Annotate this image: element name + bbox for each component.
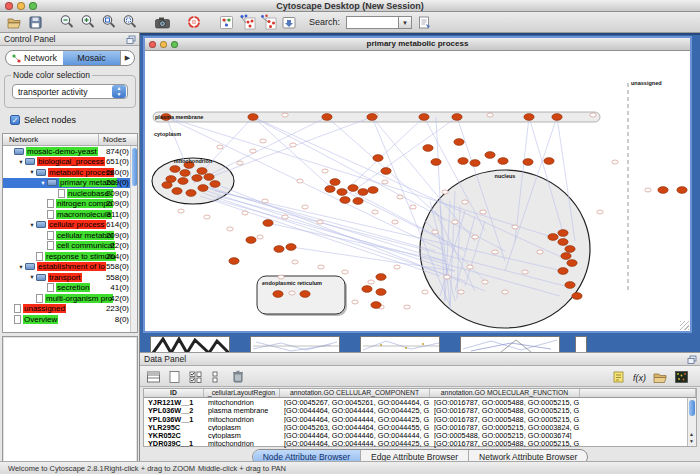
network-node[interactable] bbox=[381, 168, 391, 175]
tiny-node[interactable] bbox=[242, 211, 248, 215]
tiny-node[interactable] bbox=[410, 205, 416, 209]
tabs-overflow-button[interactable]: ▶ bbox=[120, 51, 134, 65]
tiny-node[interactable] bbox=[318, 265, 324, 269]
minimized-window[interactable] bbox=[250, 336, 340, 353]
window-resize-grip[interactable] bbox=[680, 321, 689, 330]
open-session-button[interactable] bbox=[5, 13, 23, 31]
tiny-node[interactable] bbox=[394, 265, 400, 269]
tiny-node[interactable] bbox=[342, 270, 348, 274]
node-color-attribute-select[interactable]: transporter activity ▲▼ bbox=[12, 84, 128, 99]
network-snapshot-button[interactable] bbox=[153, 13, 171, 31]
network-node[interactable] bbox=[458, 158, 468, 165]
tiny-node[interactable] bbox=[432, 230, 438, 234]
tiny-node[interactable] bbox=[257, 235, 263, 239]
birds-eye-view[interactable] bbox=[2, 336, 138, 474]
table-column-header[interactable]: annotation.GO CELLULAR_COMPONENT bbox=[280, 389, 430, 397]
tiny-node[interactable] bbox=[452, 220, 458, 224]
network-node[interactable] bbox=[286, 244, 296, 251]
network-node[interactable] bbox=[454, 139, 464, 146]
network-node[interactable] bbox=[552, 114, 562, 121]
network-node[interactable] bbox=[273, 291, 283, 298]
tree-column-nodes[interactable]: Nodes bbox=[99, 134, 137, 145]
tiny-node[interactable] bbox=[317, 220, 323, 224]
table-row[interactable]: YPL036W__2plasma membrane[GO:0044464, GO… bbox=[144, 406, 696, 414]
tree-row[interactable]: unassigned223(0) bbox=[3, 304, 137, 315]
tiny-node[interactable] bbox=[302, 205, 308, 209]
tiny-node[interactable] bbox=[322, 169, 328, 173]
network-node[interactable] bbox=[368, 187, 378, 194]
network-node[interactable] bbox=[198, 185, 208, 192]
network-node[interactable] bbox=[373, 155, 383, 162]
network-node[interactable] bbox=[170, 166, 180, 173]
tiny-node[interactable] bbox=[397, 195, 403, 199]
network-node[interactable] bbox=[548, 234, 558, 241]
tiny-node[interactable] bbox=[217, 145, 223, 149]
tiny-node[interactable] bbox=[482, 280, 488, 284]
network-node[interactable] bbox=[371, 302, 381, 309]
tiny-node[interactable] bbox=[178, 209, 184, 213]
tiny-node[interactable] bbox=[368, 280, 374, 284]
network-node[interactable] bbox=[565, 282, 575, 289]
tiny-node[interactable] bbox=[522, 270, 528, 274]
tree-row[interactable]: nucleobase-209(0) bbox=[3, 188, 137, 199]
tree-row[interactable]: macromolecule311(0) bbox=[3, 209, 137, 220]
table-column-header[interactable]: annotation.GO MOLECULAR_FUNCTION bbox=[430, 389, 580, 397]
annotation-button[interactable] bbox=[415, 13, 433, 31]
table-row[interactable]: YLR295Ccytoplasm[GO:0045263, GO:0044464,… bbox=[144, 423, 696, 431]
select-attributes-button[interactable] bbox=[145, 368, 162, 385]
network-node[interactable] bbox=[544, 158, 554, 165]
network-window-titlebar[interactable]: primary metabolic process bbox=[145, 38, 690, 51]
search-input[interactable] bbox=[346, 16, 398, 29]
network-node[interactable] bbox=[367, 114, 377, 121]
table-scroll-arrows[interactable]: ▲▼ bbox=[688, 431, 695, 445]
tree-row[interactable]: ▼transport558(0) bbox=[3, 272, 137, 283]
tiny-node[interactable] bbox=[278, 275, 284, 279]
network-node[interactable] bbox=[561, 253, 571, 260]
table-row[interactable]: YJR121W__1mitochondrion[GO:0045267, GO:0… bbox=[144, 398, 696, 406]
zoom-in-button[interactable] bbox=[79, 13, 97, 31]
network-node[interactable] bbox=[330, 179, 340, 186]
tiny-node[interactable] bbox=[282, 113, 288, 117]
tree-row[interactable]: ▼establishment of lo558(0) bbox=[3, 262, 137, 273]
plugin-manager-button[interactable] bbox=[280, 13, 298, 31]
select-all-attributes-button[interactable] bbox=[187, 368, 204, 385]
tree-row[interactable]: cellular metabol209(0) bbox=[3, 230, 137, 241]
table-row[interactable]: YPL036W__1mitochondrion[GO:0044464, GO:0… bbox=[144, 415, 696, 423]
network-node[interactable] bbox=[452, 114, 462, 121]
tiny-node[interactable] bbox=[512, 225, 518, 229]
network-node[interactable] bbox=[325, 186, 335, 193]
network-node[interactable] bbox=[524, 114, 534, 121]
zoom-selected-button[interactable] bbox=[121, 13, 139, 31]
minimized-window[interactable] bbox=[360, 336, 440, 353]
tiny-node[interactable] bbox=[404, 305, 410, 309]
tiny-node[interactable] bbox=[590, 113, 596, 117]
tiny-node[interactable] bbox=[392, 220, 398, 224]
network-node[interactable] bbox=[470, 160, 480, 167]
tree-row[interactable]: nitrogen compo209(0) bbox=[3, 199, 137, 210]
tree-expand-arrow[interactable]: ▼ bbox=[28, 222, 36, 228]
tiny-node[interactable] bbox=[492, 250, 498, 254]
network-canvas[interactable]: plasma membranecytoplasmmitochondrionnuc… bbox=[145, 51, 690, 331]
delete-attribute-button[interactable] bbox=[229, 368, 246, 385]
network-node[interactable] bbox=[248, 114, 258, 121]
tiny-node[interactable] bbox=[282, 215, 288, 219]
tiny-node[interactable] bbox=[292, 260, 298, 264]
tiny-node[interactable] bbox=[472, 235, 478, 239]
network-node[interactable] bbox=[423, 145, 433, 152]
network-node[interactable] bbox=[229, 258, 239, 265]
network-node[interactable] bbox=[263, 220, 273, 227]
tree-row[interactable]: ▼primary metabo209(0) bbox=[3, 178, 137, 189]
tree-row[interactable]: response to stimulu264(0) bbox=[3, 251, 137, 262]
tiny-node[interactable] bbox=[289, 291, 295, 295]
float-panel-icon[interactable] bbox=[687, 355, 697, 364]
network-node[interactable] bbox=[204, 174, 214, 181]
table-scrollbar-thumb[interactable] bbox=[689, 400, 695, 416]
vizmapper-button[interactable] bbox=[217, 13, 235, 31]
tiny-node[interactable] bbox=[462, 200, 468, 204]
tree-expand-arrow[interactable]: ▼ bbox=[28, 169, 36, 175]
tiny-node[interactable] bbox=[297, 179, 303, 183]
tiny-node[interactable] bbox=[352, 300, 358, 304]
network-node[interactable] bbox=[337, 189, 347, 196]
network-node[interactable] bbox=[178, 178, 188, 185]
network-node[interactable] bbox=[558, 268, 568, 275]
